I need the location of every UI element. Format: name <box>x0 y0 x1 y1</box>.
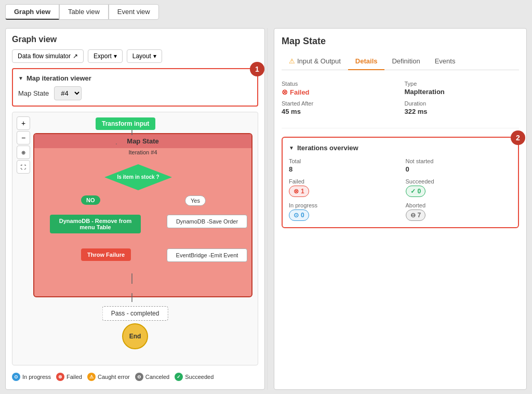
tab-event-view[interactable]: Event view <box>109 4 159 20</box>
map-state-label: Map State <box>18 89 49 97</box>
aborted-label: Aborted <box>406 202 512 208</box>
iterations-title: Iterations overview <box>289 144 512 152</box>
failed-icon: ⊗ <box>56 373 64 381</box>
export-button[interactable]: Export ▾ <box>88 49 123 63</box>
detail-grid: Status ⊗ Failed Type MapIteration Starte… <box>282 76 519 120</box>
aborted-circle-icon: ⊖ <box>410 212 416 219</box>
check-circle-icon: ✓ <box>410 188 416 195</box>
data-flow-simulator-button[interactable]: Data flow simulator ↗ <box>12 49 84 63</box>
in-progress-circle-icon: ⊙ <box>294 212 299 219</box>
status-field: Status ⊗ Failed <box>282 81 396 96</box>
node-throw-failure[interactable]: Throw Failure <box>81 248 131 261</box>
zoom-out-button[interactable]: − <box>17 131 30 145</box>
layout-button[interactable]: Layout ▾ <box>127 49 162 63</box>
map-state-container[interactable]: Map State Iteration #4 Is item in stock … <box>33 133 252 297</box>
left-panel: Graph view Data flow simulator ↗ Export … <box>5 28 265 390</box>
succeeded-icon: ✓ <box>175 373 183 381</box>
toolbar: Data flow simulator ↗ Export ▾ Layout ▾ <box>12 49 258 63</box>
legend-caught-error: ⚠ Caught error <box>87 373 130 381</box>
zoom-in-button[interactable]: + <box>17 116 30 130</box>
duration-label: Duration <box>405 100 520 107</box>
aborted-field: Aborted ⊖ 7 <box>406 202 512 221</box>
badge-2: 2 <box>511 130 525 145</box>
succeeded-iter-field: Succeeded ✓ 0 <box>406 178 512 197</box>
node-eventbridge[interactable]: EventBridge -Emit Event <box>167 248 247 262</box>
not-started-value: 0 <box>406 165 512 173</box>
node-transform-input[interactable]: Transform input <box>96 117 155 130</box>
started-after-field: Started After 45 ms <box>282 100 396 115</box>
succeeded-count-badge: ✓ 0 <box>406 186 426 197</box>
failed-count-badge: ⊗ 1 <box>289 186 309 197</box>
iteration-viewer-title: Map iteration viewer <box>18 74 252 82</box>
failed-circle-icon-2: ⊗ <box>294 188 299 195</box>
warning-icon: ⚠ <box>289 57 295 65</box>
in-progress-count-badge: ⊙ 0 <box>289 209 309 221</box>
layout-label: Layout <box>132 52 151 60</box>
failed-iter-label: Failed <box>289 178 395 185</box>
succeeded-iter-label: Succeeded <box>406 178 512 185</box>
started-after-value: 45 ms <box>282 108 396 115</box>
export-label: Export <box>94 52 112 60</box>
node-is-item-in-stock[interactable]: Is item in stock ? <box>104 164 172 190</box>
succeeded-label: Succeeded <box>185 374 214 380</box>
type-label: Type <box>405 81 520 87</box>
iteration-select[interactable]: #4 #1 #2 #3 <box>54 86 82 100</box>
status-label: Status <box>282 81 396 87</box>
duration-value: 322 ms <box>405 108 520 115</box>
tab-input-output-label: Input & Output <box>297 57 341 65</box>
iteration-viewer: Map iteration viewer Map State #4 #1 #2 … <box>12 68 258 107</box>
node-dynamo-save[interactable]: DynamoDB -Save Order <box>167 215 247 228</box>
in-progress-count: 0 <box>301 212 304 219</box>
node-end[interactable]: End <box>122 323 148 349</box>
top-tabs-bar: Graph view Table view Event view <box>0 0 532 24</box>
status-failed-text: Failed <box>290 88 310 96</box>
chevron-down-icon: ▾ <box>114 52 117 60</box>
graph-area[interactable]: + − ⊕ ⛶ Transform input Map State Iterat… <box>12 112 258 365</box>
caught-error-icon: ⚠ <box>87 373 96 381</box>
aborted-count: 7 <box>418 212 421 219</box>
zoom-controls: + − ⊕ ⛶ <box>17 116 30 174</box>
legend-canceled: ⊖ Canceled <box>135 373 169 381</box>
node-pass-completed[interactable]: Pass - completed <box>102 306 168 321</box>
not-started-field: Not started 0 <box>406 158 512 173</box>
failed-count: 1 <box>301 188 304 195</box>
started-after-label: Started After <box>282 100 396 107</box>
canceled-label: Canceled <box>145 374 169 380</box>
caught-error-label: Caught error <box>98 374 130 380</box>
tab-details[interactable]: Details <box>348 53 385 70</box>
divider <box>282 128 519 128</box>
in-progress-icon: ⊙ <box>12 373 20 381</box>
in-progress-iter-label: In progress <box>289 202 395 208</box>
tab-events[interactable]: Events <box>428 53 463 70</box>
fit-view-button[interactable]: ⊕ <box>17 146 30 159</box>
failed-circle-icon: ⊗ <box>282 88 288 96</box>
in-progress-iter-field: In progress ⊙ 0 <box>289 202 395 221</box>
status-value: ⊗ Failed <box>282 88 396 96</box>
vertical-divider <box>267 28 268 390</box>
legend-in-progress: ⊙ In progress <box>12 373 51 381</box>
node-dynamo-remove[interactable]: DynamoDB - Remove from menu Table <box>50 215 141 233</box>
legend: ⊙ In progress ⊗ Failed ⚠ Caught error ⊖ … <box>12 371 258 383</box>
is-item-label: Is item in stock ? <box>107 174 169 180</box>
graph-view-title: Graph view <box>12 35 258 44</box>
tab-definition[interactable]: Definition <box>384 53 427 70</box>
duration-field: Duration 322 ms <box>405 100 520 115</box>
external-link-icon: ↗ <box>73 52 78 60</box>
detail-tabs: ⚠ Input & Output Details Definition Even… <box>282 53 519 70</box>
map-state-panel-title: Map State <box>282 36 519 47</box>
succeeded-count: 0 <box>418 188 421 195</box>
map-state-title: Map State <box>34 134 251 148</box>
type-value: MapIteration <box>405 88 520 96</box>
not-started-label: Not started <box>406 158 512 164</box>
map-state-subtitle: Iteration #4 <box>34 149 251 155</box>
expand-button[interactable]: ⛶ <box>17 160 30 174</box>
tab-table-view[interactable]: Table view <box>59 4 109 20</box>
tab-input-output[interactable]: ⚠ Input & Output <box>282 53 348 70</box>
failed-iter-field: Failed ⊗ 1 <box>289 178 395 197</box>
badge-1: 1 <box>250 62 264 76</box>
tab-graph-view[interactable]: Graph view <box>5 4 59 20</box>
type-field: Type MapIteration <box>405 81 520 96</box>
legend-succeeded: ✓ Succeeded <box>175 373 214 381</box>
label-no: NO <box>81 195 100 205</box>
canceled-icon: ⊖ <box>135 373 143 381</box>
